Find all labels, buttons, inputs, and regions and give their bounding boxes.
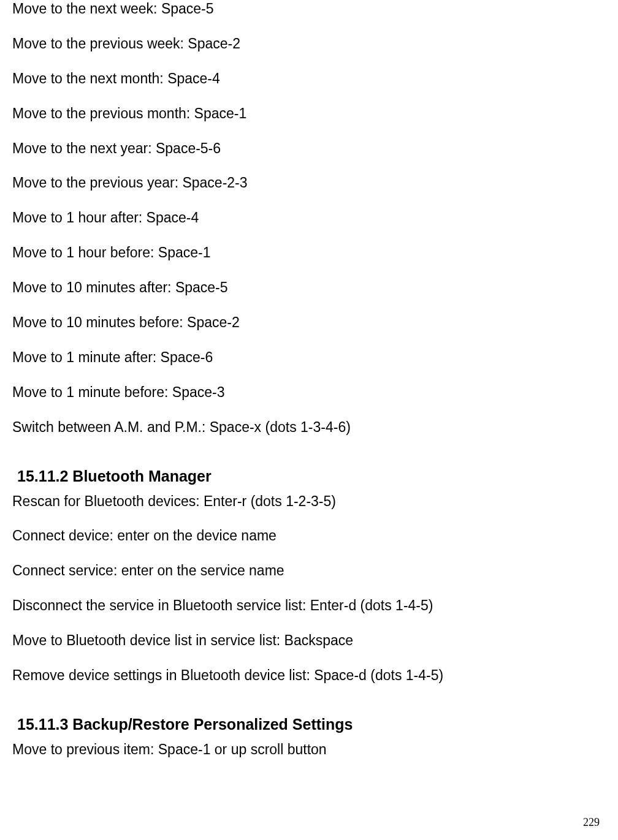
- shortcut-line: Move to the previous week: Space-2: [12, 35, 600, 53]
- shortcut-line: Move to 1 minute after: Space-6: [12, 349, 600, 367]
- shortcut-line: Move to the previous year: Space-2-3: [12, 174, 600, 192]
- shortcut-line: Connect service: enter on the service na…: [12, 562, 600, 580]
- shortcut-line: Disconnect the service in Bluetooth serv…: [12, 597, 600, 615]
- shortcut-line: Move to previous item: Space-1 or up scr…: [12, 741, 600, 759]
- document-body: Move to the next week: Space-5 Move to t…: [12, 0, 600, 759]
- shortcut-line: Move to 1 hour before: Space-1: [12, 244, 600, 262]
- shortcut-line: Move to Bluetooth device list in service…: [12, 632, 600, 650]
- shortcut-line: Move to the next month: Space-4: [12, 70, 600, 88]
- shortcut-line: Move to 10 minutes after: Space-5: [12, 279, 600, 297]
- shortcut-line: Connect device: enter on the device name: [12, 527, 600, 545]
- shortcut-line: Move to 1 hour after: Space-4: [12, 209, 600, 227]
- shortcut-line: Move to the next week: Space-5: [12, 0, 600, 18]
- shortcut-line: Move to 1 minute before: Space-3: [12, 384, 600, 402]
- section-heading-bluetooth: 15.11.2 Bluetooth Manager: [17, 467, 600, 485]
- shortcut-line: Remove device settings in Bluetooth devi…: [12, 667, 600, 685]
- shortcut-line: Move to the previous month: Space-1: [12, 105, 600, 123]
- shortcut-line: Switch between A.M. and P.M.: Space-x (d…: [12, 418, 600, 437]
- shortcut-line: Rescan for Bluetooth devices: Enter-r (d…: [12, 493, 600, 511]
- shortcut-line: Move to 10 minutes before: Space-2: [12, 314, 600, 332]
- shortcut-line: Move to the next year: Space-5-6: [12, 140, 600, 158]
- section-heading-backup: 15.11.3 Backup/Restore Personalized Sett…: [17, 716, 600, 733]
- page-number: 229: [583, 816, 600, 829]
